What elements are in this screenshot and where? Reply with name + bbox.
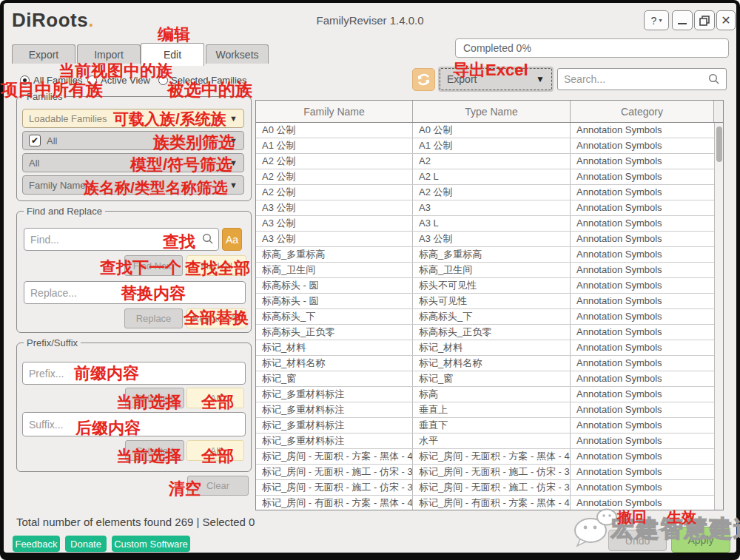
table-row[interactable]: A3 公制A3 LAnnotation Symbols [256,216,723,232]
table-cell: A2 公制 [256,185,413,200]
table-cell: 标高标头_下 [413,309,571,324]
clear-button[interactable]: Clear [187,476,249,496]
table-row[interactable]: A3 公制A3 公制Annotation Symbols [256,232,723,247]
suffix-input[interactable] [22,412,246,436]
prefix-selected-button[interactable]: Selected [125,388,184,408]
tab-worksets[interactable]: Worksets [206,44,269,64]
chevron-down-icon: ▼ [229,115,238,123]
table-cell: Annotation Symbols [571,200,714,215]
replace-input[interactable] [24,281,246,304]
column-header-category[interactable]: Category [571,101,714,122]
custom-software-button[interactable]: Custom Software [112,536,190,552]
tab-edit[interactable]: Edit [141,43,204,66]
column-header-family-name[interactable]: Family Name [256,101,413,122]
minimize-button[interactable] [672,10,693,30]
help-button[interactable]: ? ▾ [644,10,669,30]
prefix-input[interactable] [22,362,246,385]
table-row[interactable]: 标高标头 - 圆标头可见性Annotation Symbols [256,294,723,309]
name-filter-dropdown[interactable]: Family Name ▼ [22,175,244,195]
table-cell: 标高_卫生间 [256,263,413,277]
table-row[interactable]: 标记_房间 - 无面积 - 施工 - 仿宋 - 3mm标记_房间 - 无面积 -… [256,480,723,496]
table-row[interactable]: 标记_材料标记_材料Annotation Symbols [256,340,723,356]
table-cell: 标记_房间 - 无面积 - 施工 - 仿宋 - 3mm [256,480,413,495]
replace-button[interactable]: Replace [124,308,183,328]
replace-all-button[interactable]: Replace All [186,308,246,328]
find-replace-legend: Find and Replace [24,206,105,217]
family-kind-filter-value: Loadable Families [29,113,107,124]
table-cell: A2 公制 [256,154,413,169]
table-cell: Annotation Symbols [571,185,714,200]
progress-bar: Completed 0% [455,38,729,58]
table-row[interactable]: 标高标头_正负零标高标头_正负零Annotation Symbols [256,325,723,340]
table-cell: Annotation Symbols [571,263,714,277]
table-row[interactable]: 标高标头_下标高标头_下Annotation Symbols [256,309,723,325]
column-header-type-name[interactable]: Type Name [413,101,571,122]
table-row[interactable]: 标高_多重标高标高_多重标高Annotation Symbols [256,247,723,263]
radio-selected-families[interactable] [158,75,168,85]
model-symbol-filter-dropdown[interactable]: All ▼ [22,153,244,172]
table-cell: Annotation Symbols [571,123,714,138]
table-row[interactable]: 标记_房间 - 无面积 - 方案 - 黑体 - 4-5标记_房间 - 无面积 -… [256,449,723,465]
search-icon[interactable] [708,73,720,85]
suffix-selected-button[interactable]: Selected [125,440,184,461]
radio-all-families[interactable] [20,75,30,85]
table-cell: A2 公制 [256,169,413,184]
table-row[interactable]: 标高_卫生间标高_卫生间Annotation Symbols [256,263,723,278]
category-filter-dropdown[interactable]: ✔ All ▼ [22,131,244,150]
table-row[interactable]: 标记_多重材料标注垂直上Annotation Symbols [256,402,723,418]
restore-button[interactable] [694,10,715,30]
find-next-button[interactable]: Find Next [124,255,183,276]
donate-button[interactable]: Donate [65,536,107,552]
vertical-scrollbar[interactable] [714,123,723,510]
table-cell: 标高_卫生间 [413,263,571,277]
table-cell: 标高标头_正负零 [256,325,413,340]
table-cell: 标记_多重材料标注 [256,418,413,433]
watermark-text: 宏建智慧建造 [611,513,740,544]
table-row[interactable]: A3 公制A3Annotation Symbols [256,200,723,216]
table-row[interactable]: 标记_房间 - 无面积 - 施工 - 仿宋 - 3mm标记_房间 - 无面积 -… [256,465,723,480]
refresh-button[interactable] [412,68,435,91]
table-cell: 标记_房间 - 无面积 - 方案 - 黑体 - 4-5 [413,449,571,464]
table-cell: 标记_房间 - 有面积 - 方案 - 黑体 - 4-5 [256,496,413,510]
table-cell: 标高标头 - 圆 [256,278,413,293]
suffix-all-button[interactable]: All [186,440,244,461]
export-dropdown-value: Export [447,73,477,85]
table-cell: Annotation Symbols [571,247,714,262]
table-row[interactable]: 标记_窗标记_窗Annotation Symbols [256,371,723,387]
search-input[interactable] [564,73,708,85]
window-frame: DiRoots. FamilyReviser 1.4.0.0 ? ▾ ✕ Exp… [0,0,740,560]
table-cell: 标记_房间 - 无面积 - 施工 - 仿宋 - 3mm [256,465,413,479]
chevron-down-icon: ▼ [229,159,238,167]
tab-export[interactable]: Export [12,44,75,64]
table-cell: 标头不可见性 [413,278,571,293]
table-cell: 标记_材料 [413,340,571,355]
table-row[interactable]: 标高标头 - 圆标头不可见性Annotation Symbols [256,278,723,294]
table-row[interactable]: A2 公制A2 LAnnotation Symbols [256,169,723,185]
table-row[interactable]: 标记_房间 - 有面积 - 方案 - 黑体 - 4-5标记_房间 - 有面积 -… [256,496,723,510]
table-cell: 标记_房间 - 无面积 - 施工 - 仿宋 - 3mm [413,465,571,479]
table-row[interactable]: 标记_多重材料标注标高Annotation Symbols [256,387,723,402]
table-row[interactable]: 标记_材料名称标记_材料名称Annotation Symbols [256,356,723,371]
table-row[interactable]: A0 公制A0 公制Annotation Symbols [256,123,723,138]
table-row[interactable]: A2 公制A2 公制Annotation Symbols [256,185,723,200]
export-dropdown[interactable]: Export ▼ [440,68,552,90]
find-input[interactable] [24,228,219,251]
table-row[interactable]: 标记_多重材料标注垂直下Annotation Symbols [256,418,723,434]
feedback-button[interactable]: Feedback [13,536,60,552]
close-button[interactable]: ✕ [716,10,736,30]
table-cell: 标记_材料名称 [256,356,413,371]
table-row[interactable]: A2 公制A2Annotation Symbols [256,154,723,169]
radio-active-view[interactable] [87,75,97,85]
table-row[interactable]: 标记_多重材料标注水平Annotation Symbols [256,434,723,449]
category-all-checkbox[interactable]: ✔ [29,135,41,146]
prefix-all-button[interactable]: All [186,388,244,408]
tab-import[interactable]: Import [77,44,141,64]
table-row[interactable]: A1 公制A1 公制Annotation Symbols [256,138,723,154]
family-kind-filter-dropdown[interactable]: Loadable Families ▼ [22,109,244,128]
scrollbar-thumb[interactable] [716,126,722,162]
find-all-button[interactable]: Find All [186,255,246,276]
table-cell: Annotation Symbols [571,154,714,169]
table-cell: Annotation Symbols [571,294,714,308]
table-cell: Annotation Symbols [571,340,714,355]
match-case-toggle[interactable]: Aa [222,228,242,251]
